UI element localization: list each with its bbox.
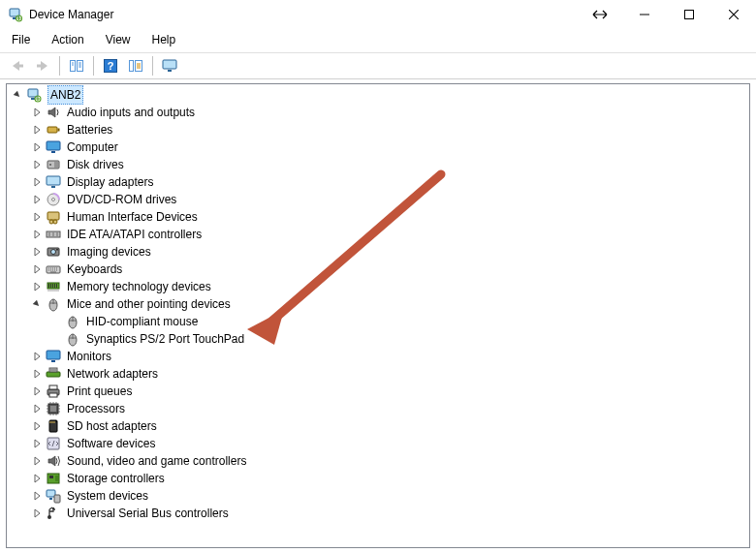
expand-icon[interactable] [30, 193, 44, 206]
tree-node-cat-18[interactable]: Sound, video and game controllers [7, 452, 749, 470]
imaging-icon [46, 244, 61, 260]
expand-icon[interactable] [30, 454, 44, 468]
tree-node-cat-8[interactable]: Imaging devices [7, 243, 749, 261]
svg-rect-40 [51, 360, 55, 362]
expand-icon[interactable] [30, 262, 44, 276]
expand-icon[interactable] [30, 245, 44, 259]
expand-icon[interactable] [30, 123, 44, 137]
menu-view[interactable]: View [102, 31, 135, 48]
computer-flat-icon [46, 139, 61, 155]
svg-rect-18 [58, 129, 60, 132]
toolbar-separator [152, 56, 153, 76]
tree-node-cat-7[interactable]: IDE ATA/ATAPI controllers [7, 226, 749, 243]
svg-rect-23 [47, 176, 60, 185]
svg-rect-47 [50, 406, 56, 412]
monitor-button[interactable] [158, 55, 181, 77]
tree-node-label: DVD/CD-ROM drives [65, 191, 178, 208]
tree-node-cat-5[interactable]: DVD/CD-ROM drives [7, 191, 749, 208]
tree-node-root[interactable]: ANB2 [7, 86, 749, 104]
mouse-icon [65, 331, 80, 347]
monitor-icon [46, 349, 61, 364]
expand-icon[interactable] [30, 350, 44, 363]
menu-file[interactable]: File [8, 31, 34, 48]
tree-node-cat-17[interactable]: Software devices [7, 435, 749, 452]
expand-icon[interactable] [30, 106, 44, 119]
tree-node-cat-14[interactable]: Print queues [7, 383, 749, 400]
svg-rect-51 [49, 476, 53, 478]
tree-node-cat-6[interactable]: Human Interface Devices [7, 208, 749, 226]
app-icon [8, 7, 23, 22]
tree-node-label: Network adapters [65, 365, 160, 383]
tree-node-cat-21[interactable]: Universal Serial Bus controllers [7, 505, 749, 522]
tree-node-label: SD host adapters [65, 417, 159, 435]
toolbar-separator [59, 56, 60, 76]
expand-icon[interactable] [30, 228, 44, 241]
tree-node-cat-9[interactable]: Keyboards [7, 261, 749, 278]
help-button[interactable]: ? [99, 55, 122, 77]
tree-node-cat-1[interactable]: Batteries [7, 121, 749, 138]
expand-icon[interactable] [30, 384, 44, 398]
network-icon [46, 366, 61, 382]
tree-node-cat-0[interactable]: Audio inputs and outputs [7, 104, 749, 121]
expand-icon[interactable] [30, 175, 44, 189]
svg-rect-39 [47, 351, 60, 359]
actions-button[interactable] [124, 55, 147, 77]
svg-point-32 [51, 250, 56, 255]
tree-node-label: Audio inputs and outputs [65, 104, 197, 121]
expand-icon[interactable] [30, 140, 44, 154]
expand-icon[interactable] [30, 419, 44, 433]
tree-node-label: HID-compliant mouse [84, 313, 200, 330]
processor-icon [46, 401, 61, 416]
tree-node-label: Computer [65, 138, 120, 156]
expand-icon[interactable] [30, 367, 44, 381]
tree-node-label: Monitors [65, 348, 113, 365]
battery-icon [46, 122, 61, 138]
tree-node-cat-11[interactable]: Mice and other pointing devices [7, 295, 749, 313]
tree-node-cat-15[interactable]: Processors [7, 400, 749, 417]
tree-node-cat-3[interactable]: Disk drives [7, 156, 749, 173]
tree-node-label: Memory technology devices [65, 278, 213, 295]
sound-icon [46, 453, 61, 469]
ide-icon [46, 227, 61, 242]
tree-node-cat-20[interactable]: System devices [7, 487, 749, 505]
expand-icon[interactable] [30, 437, 44, 450]
expand-icon[interactable] [30, 402, 44, 415]
tree-node-cat-2[interactable]: Computer [7, 138, 749, 156]
collapse-icon[interactable] [11, 88, 24, 102]
memory-icon [46, 279, 61, 294]
disk-icon [46, 157, 61, 172]
tree-node-cat-11-child-1[interactable]: Synaptics PS/2 Port TouchPad [7, 330, 749, 348]
tree-node-cat-13[interactable]: Network adapters [7, 365, 749, 383]
expand-icon[interactable] [30, 507, 44, 520]
svg-point-29 [53, 220, 57, 224]
expand-icon[interactable] [30, 280, 44, 293]
maximize-button[interactable] [667, 0, 711, 29]
svg-rect-7 [78, 61, 83, 72]
usb-icon [46, 506, 61, 521]
tree-node-label: IDE ATA/ATAPI controllers [65, 226, 204, 243]
expand-icon[interactable] [30, 158, 44, 171]
close-button[interactable] [711, 0, 756, 29]
menu-help[interactable]: Help [148, 31, 180, 48]
tree-node-cat-16[interactable]: SD host adapters [7, 417, 749, 435]
show-hide-console-button[interactable] [65, 55, 88, 77]
expand-icon[interactable] [30, 472, 44, 485]
tree-node-cat-4[interactable]: Display adapters [7, 173, 749, 191]
tree-node-cat-12[interactable]: Monitors [7, 348, 749, 365]
device-tree[interactable]: ANB2Audio inputs and outputsBatteriesCom… [6, 83, 750, 548]
expand-icon[interactable] [30, 489, 44, 503]
svg-point-26 [52, 199, 55, 201]
tree-node-label: Synaptics PS/2 Port TouchPad [84, 330, 246, 348]
minimize-button[interactable] [622, 0, 667, 29]
back-button[interactable] [6, 55, 29, 77]
tree-node-label: Print queues [65, 383, 134, 400]
expand-icon[interactable] [30, 210, 44, 224]
collapse-icon[interactable] [30, 297, 44, 311]
tree-node-cat-11-child-0[interactable]: HID-compliant mouse [7, 313, 749, 330]
forward-button[interactable] [31, 55, 54, 77]
menu-action[interactable]: Action [47, 31, 87, 48]
svg-rect-12 [163, 60, 176, 69]
tree-node-cat-10[interactable]: Memory technology devices [7, 278, 749, 295]
tree-node-label: Imaging devices [65, 243, 153, 261]
tree-node-cat-19[interactable]: Storage controllers [7, 470, 749, 487]
